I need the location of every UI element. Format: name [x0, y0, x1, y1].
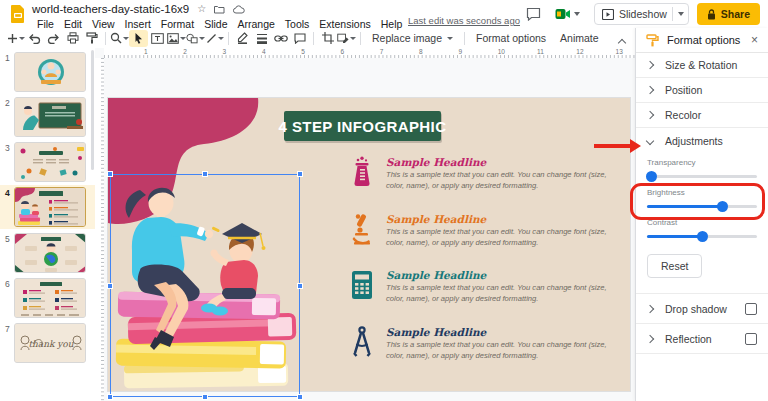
step-row-4[interactable]: Sample Headline This is a sample text th… [350, 326, 622, 362]
reflection-checkbox[interactable] [745, 333, 757, 345]
format-options-button[interactable]: Format options [469, 30, 553, 46]
step-body-text[interactable]: This is a sample text that you can edit.… [386, 170, 620, 191]
mask-image-button[interactable] [337, 30, 356, 47]
selection-handle-se[interactable] [297, 394, 303, 400]
insert-image-button[interactable] [167, 30, 186, 47]
selection-handle-s[interactable] [202, 394, 208, 400]
select-cursor-button[interactable] [129, 30, 148, 47]
selection-handle-w[interactable] [107, 283, 113, 289]
slide-canvas-area: 12345678910111213 4 STEP INFOGRAPHIC [95, 48, 635, 401]
menu-item[interactable]: Edit [59, 18, 87, 30]
section-recolor[interactable]: Recolor [636, 103, 768, 128]
hide-menus-button[interactable] [619, 32, 625, 50]
drop-shadow-checkbox[interactable] [745, 303, 757, 315]
move-folder-icon[interactable] [214, 5, 225, 14]
transparency-slider-thumb[interactable] [646, 171, 657, 182]
section-size-rotation[interactable]: Size & Rotation [636, 53, 768, 78]
contrast-slider[interactable] [647, 228, 757, 244]
selection-handle-sw[interactable] [107, 394, 113, 400]
slide-thumbnail-4-selected[interactable]: 4 [0, 185, 95, 229]
meet-button[interactable] [549, 6, 586, 22]
section-drop-shadow[interactable]: Drop shadow [636, 294, 768, 324]
step-headline[interactable]: Sample Headline [386, 269, 620, 281]
brightness-slider[interactable] [647, 198, 757, 214]
animate-button[interactable]: Animate [553, 30, 606, 46]
horizontal-ruler[interactable]: 12345678910111213 [104, 48, 635, 58]
line-weight-button[interactable] [252, 30, 271, 47]
menu-item[interactable]: Tools [280, 18, 315, 30]
slide-editor[interactable]: 4 STEP INFOGRAPHIC [108, 98, 630, 391]
insert-shape-button[interactable] [186, 30, 205, 47]
step-body-text[interactable]: This is a sample text that you can edit.… [386, 227, 620, 248]
section-position[interactable]: Position [636, 78, 768, 103]
slideshow-label: Slideshow [619, 8, 667, 20]
menu-item[interactable]: Insert [120, 18, 156, 30]
border-color-button[interactable] [233, 30, 252, 47]
share-button[interactable]: Share [697, 3, 760, 25]
step-headline[interactable]: Sample Headline [386, 326, 620, 338]
brightness-label: Brightness [647, 185, 757, 197]
insert-line-button[interactable] [205, 30, 224, 47]
step-headline[interactable]: Sample Headline [386, 213, 620, 225]
vertical-ruler[interactable] [95, 58, 104, 401]
slide-number: 2 [5, 98, 10, 108]
contrast-slider-thumb[interactable] [697, 231, 708, 242]
slideshow-split-divider [672, 7, 673, 21]
menu-item[interactable]: Help [376, 18, 408, 30]
contrast-label: Contrast [647, 215, 757, 227]
section-label: Recolor [665, 109, 701, 121]
slideshow-dropdown-caret[interactable] [678, 12, 684, 16]
transparency-slider[interactable] [647, 168, 757, 184]
menu-item[interactable]: Slide [199, 18, 232, 30]
close-panel-icon[interactable]: × [751, 34, 758, 46]
document-title[interactable]: world-teachers-day-static-16x9 [32, 3, 189, 15]
filmstrip-scrollbar[interactable] [91, 50, 94, 170]
step-row-1[interactable]: Sample Headline This is a sample text th… [350, 156, 622, 192]
text-box-button[interactable] [148, 30, 167, 47]
step-headline[interactable]: Sample Headline [386, 156, 620, 168]
selection-handle-ne[interactable] [297, 171, 303, 177]
paint-format-button[interactable] [82, 30, 101, 47]
section-adjustments[interactable]: Adjustments [636, 128, 768, 153]
undo-button[interactable] [25, 30, 44, 47]
selection-handle-e[interactable] [297, 283, 303, 289]
menu-item[interactable]: Format [156, 18, 199, 30]
selection-handle-nw[interactable] [107, 171, 113, 177]
slide-thumbnail-3[interactable]: 3 [0, 140, 95, 184]
menu-item[interactable]: View [87, 18, 120, 30]
replace-image-button[interactable]: Replace image [365, 30, 460, 46]
menu-item[interactable]: File [32, 18, 59, 30]
reset-button[interactable]: Reset [647, 254, 702, 278]
slide-title-banner[interactable]: 4 STEP INFOGRAPHIC [284, 111, 441, 141]
slide-thumbnail-2[interactable]: 2 [0, 95, 95, 139]
selection-handle-n[interactable] [202, 171, 208, 177]
redo-button[interactable] [44, 30, 63, 47]
star-icon[interactable]: ☆ [197, 4, 206, 14]
crop-image-button[interactable] [318, 30, 337, 47]
replace-image-label: Replace image [372, 32, 442, 44]
new-slide-button[interactable] [6, 30, 25, 47]
open-comments-icon[interactable] [526, 7, 541, 21]
slide-thumbnail-5[interactable]: 5 [0, 231, 95, 275]
last-edit-link[interactable]: Last edit was seconds ago [408, 15, 520, 26]
slide-thumbnail-7[interactable]: 7 thank you [0, 321, 95, 365]
slide-thumbnail-6[interactable]: 6 [0, 276, 95, 320]
section-reflection[interactable]: Reflection [636, 324, 768, 354]
image-selection-box[interactable] [110, 174, 300, 397]
step-body-text[interactable]: This is a sample text that you can edit.… [386, 340, 620, 361]
step-row-3[interactable]: Sample Headline This is a sample text th… [350, 269, 622, 305]
zoom-button[interactable] [110, 30, 129, 47]
slides-app-icon[interactable] [10, 4, 26, 24]
cloud-status-icon[interactable] [233, 5, 245, 14]
step-row-2[interactable]: Sample Headline This is a sample text th… [350, 213, 622, 249]
menu-item[interactable]: Extensions [314, 18, 375, 30]
slide-thumbnail-1[interactable]: 1 [0, 50, 95, 94]
menu-item[interactable]: Arrange [232, 18, 279, 30]
step-body-text[interactable]: This is a sample text that you can edit.… [386, 283, 620, 304]
print-button[interactable] [63, 30, 82, 47]
slide-title-text: 4 STEP INFOGRAPHIC [279, 118, 447, 135]
insert-link-button[interactable] [271, 30, 290, 47]
brightness-slider-thumb[interactable] [717, 201, 728, 212]
insert-comment-button[interactable] [290, 30, 309, 47]
slideshow-button[interactable]: Slideshow [594, 3, 689, 25]
